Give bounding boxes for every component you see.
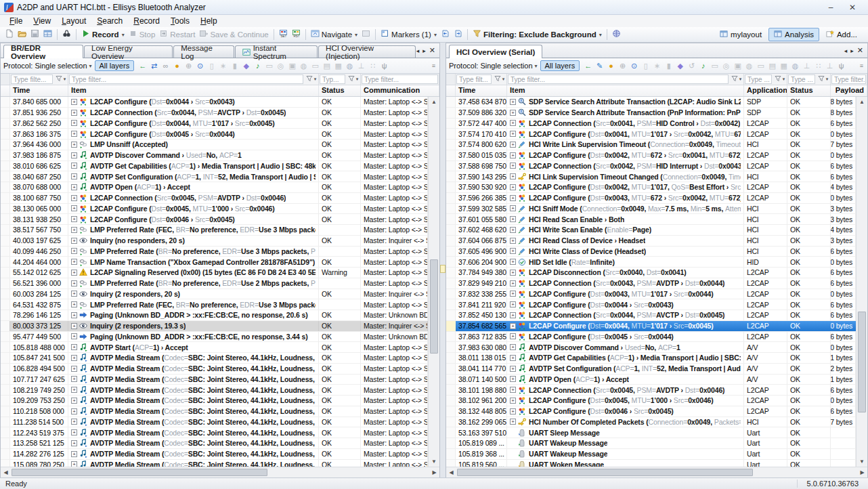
filter-input-payload[interactable]: Type filter... — [831, 75, 866, 84]
table-row[interactable]: 113.258 521 125+AVDTP Media Stream (Code… — [1, 438, 428, 449]
mouse-icon[interactable]: ▮ — [663, 62, 674, 70]
column-header-item[interactable]: Item — [507, 85, 744, 96]
table-row[interactable]: 107.717 247 625+AVDTP Media Stream (Code… — [1, 375, 428, 385]
expand-icon[interactable]: + — [71, 195, 77, 201]
expand-icon[interactable]: + — [71, 451, 77, 457]
card-icon[interactable]: ▦ — [778, 62, 789, 70]
column-header-communication[interactable]: Communication — [361, 85, 439, 96]
table-row[interactable]: 37.852 450 130+L2CAP Connection (Src=0x0… — [446, 310, 856, 321]
scroll-down-arrow[interactable]: ▼ — [856, 456, 867, 467]
table-row[interactable]: 60.003 284 125+Inquiry (2 responders, 20… — [1, 289, 428, 300]
column-header-status[interactable]: Status — [787, 85, 831, 96]
table-row[interactable]: 40.003 197 625+Inquiry (no responders, 2… — [1, 236, 428, 247]
link-icon[interactable]: ∞ — [160, 62, 171, 70]
table-row[interactable]: 37.784 949 380+L2CAP Disconnection (Src=… — [446, 268, 856, 278]
filtering-button[interactable]: Filtering: Exclude Background▾ — [471, 28, 604, 41]
markers-button[interactable]: Markers (1)▾ — [378, 28, 439, 41]
expand-icon[interactable]: + — [71, 227, 77, 233]
next-marker-button[interactable] — [452, 28, 464, 41]
layout-manager-button[interactable] — [41, 28, 54, 41]
table-row[interactable]: 38.011 138 015+AVDTP Get Capabilities (A… — [446, 353, 856, 364]
table-row[interactable]: 37.983 186 875+AVDTP Discover Command › … — [1, 150, 428, 161]
table-row[interactable]: 37.602 468 620+HCI Write Scan Enable (En… — [446, 225, 856, 236]
expand-icon[interactable]: + — [510, 398, 516, 404]
horizontal-scrollbar[interactable]: ◀▶ — [1, 467, 439, 477]
table-row[interactable]: 38.102 961 200+L2CAP Configure (Dst=0x00… — [446, 396, 856, 406]
filter-funnel-button[interactable]: ▾ — [53, 74, 68, 85]
column-header-time[interactable]: Time — [456, 85, 507, 96]
horizontal-scroll-thumb[interactable] — [12, 469, 267, 476]
gear-icon[interactable]: ◎ — [720, 62, 732, 70]
zoom-icon[interactable]: ⊙ — [194, 62, 206, 70]
expand-icon[interactable]: + — [71, 152, 77, 158]
layout-button-analysis[interactable]: Analysis — [768, 28, 819, 41]
expand-icon[interactable]: + — [71, 355, 77, 361]
protocol-selector[interactable]: Protocol: Single selection — [3, 62, 87, 70]
tab-scroll-left-button[interactable]: ◂ — [844, 47, 848, 54]
scroll-right-arrow[interactable]: ▶ — [429, 467, 439, 477]
expand-icon[interactable]: + — [71, 173, 77, 179]
expand-icon[interactable]: + — [71, 312, 77, 318]
disc-icon[interactable]: ◍ — [298, 62, 309, 70]
vertical-scroll-thumb[interactable] — [858, 312, 866, 412]
tab-scroll-right-button[interactable]: ▸ — [422, 47, 426, 54]
save-button[interactable] — [28, 28, 41, 41]
vertical-scrollbar[interactable]: ▲▼ — [428, 97, 439, 467]
back-icon[interactable]: ← — [137, 62, 148, 70]
globe-icon[interactable]: ◍ — [344, 62, 355, 70]
filter-input-time[interactable]: Type filte... — [11, 75, 53, 84]
page-icon[interactable]: ▯ — [206, 62, 217, 70]
expand-icon[interactable]: + — [71, 376, 77, 382]
expand-icon[interactable]: + — [71, 429, 77, 435]
filter-funnel-button[interactable]: ▾ — [492, 74, 506, 85]
table-row[interactable]: 40.099 446 250+LMP Preferred Rate (BR=No… — [1, 247, 428, 257]
table-row[interactable]: 37.572 447 400+L2CAP Connection (Src=0x0… — [446, 119, 856, 129]
menu-item-search[interactable]: Search — [91, 16, 128, 26]
table-row[interactable]: 64.531 432 875+LMP Preferred Rate (FEC, … — [1, 299, 428, 310]
web-config-button[interactable] — [610, 28, 623, 41]
previous-marker-button[interactable] — [439, 28, 452, 41]
disc-icon[interactable]: ◍ — [743, 62, 755, 70]
menu-item-file[interactable]: File — [4, 16, 28, 26]
expand-icon[interactable]: + — [510, 131, 516, 137]
table-row[interactable]: 38.131 938 250+L2CAP Configure (Dst=0x00… — [1, 214, 428, 225]
filter-input-item[interactable]: Type filter... — [69, 75, 303, 84]
minimize-button[interactable]: – — [825, 3, 837, 12]
dots-icon[interactable]: ∷ — [812, 62, 824, 70]
expand-icon[interactable]: + — [71, 440, 77, 446]
table-row[interactable]: 37.862 562 250+L2CAP Configure (Dst=0x00… — [1, 119, 428, 129]
expand-icon[interactable]: + — [71, 110, 77, 116]
cassette-icon[interactable]: ▭ — [263, 62, 275, 70]
expand-icon[interactable]: + — [71, 238, 77, 244]
table-row[interactable]: 37.590 143 295+HCI Link Supervision Time… — [446, 171, 856, 182]
table-row[interactable]: 37.832 338 255+L2CAP Configure (Dst=0x00… — [446, 289, 856, 300]
table-row[interactable]: 37.863 712 835+L2CAP Configure (Dst=0x00… — [446, 332, 856, 343]
expand-icon[interactable]: + — [510, 205, 516, 211]
gear-icon[interactable]: ◎ — [275, 62, 286, 70]
table-row[interactable]: 109.209 753 250+AVDTP Media Stream (Code… — [1, 396, 428, 406]
page-icon[interactable]: ▯ — [640, 62, 651, 70]
bell-icon[interactable]: ● — [171, 62, 183, 70]
scroll-left-arrow[interactable]: ◀ — [1, 467, 11, 477]
protocol-selector[interactable]: Protocol: Single selection — [449, 62, 533, 70]
expand-icon[interactable]: + — [510, 238, 516, 244]
expand-icon[interactable]: + — [510, 152, 516, 158]
all-layers-button[interactable]: All layers — [95, 60, 135, 71]
expand-icon[interactable]: + — [71, 301, 77, 307]
table-row[interactable]: 105.819 560 ...UART Woken MessageUartOK — [446, 460, 856, 467]
table-row[interactable]: 114.282 276 125+AVDTP Media Stream (Code… — [1, 449, 428, 460]
table-row[interactable]: 105.819 089 ...UART Wakeup MessageUartOK — [446, 438, 856, 449]
expand-icon[interactable]: + — [510, 355, 516, 361]
filter-input-communication[interactable]: Type filter... — [362, 75, 438, 84]
restart-button[interactable]: Restart — [157, 28, 197, 41]
filter-input-status[interactable]: Type ... — [788, 75, 815, 84]
table-row[interactable]: 37.458 634 870+SDP Service Search Attrib… — [446, 97, 856, 108]
table-row[interactable]: 56.521 396 000+LMP Preferred Rate (BR=No… — [1, 278, 428, 289]
expand-icon[interactable]: + — [71, 398, 77, 404]
filter-input-time[interactable]: Type filt... — [456, 75, 492, 84]
table-row[interactable]: 95.477 449 500+Paging (Unknown BD_ADDR >… — [1, 332, 428, 343]
table-row[interactable]: 38.130 065 000+L2CAP Configure (Dst=0x00… — [1, 204, 428, 215]
tab-low-energy-overview[interactable]: Low Energy Overview — [84, 45, 173, 58]
horizontal-scrollbar[interactable]: ◀▶ — [446, 467, 867, 477]
scroll-down-arrow[interactable]: ▼ — [429, 456, 439, 467]
